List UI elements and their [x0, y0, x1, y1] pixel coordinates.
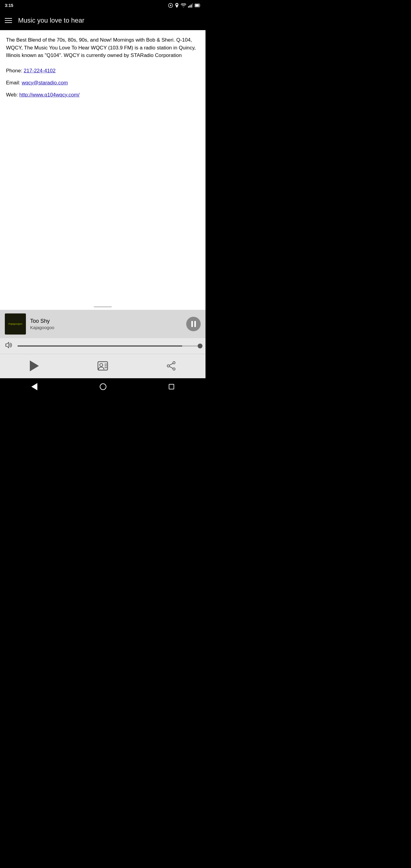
volume-slider-fill	[18, 345, 182, 347]
circle-play-icon	[168, 3, 173, 8]
album-art: Kajagoogoo	[5, 313, 26, 335]
pause-icon	[191, 321, 196, 327]
svg-rect-7	[195, 4, 199, 7]
web-label: Web:	[6, 92, 19, 98]
svg-rect-5	[192, 3, 193, 7]
back-icon	[31, 383, 37, 390]
drag-handle-bar	[94, 306, 112, 307]
nav-bar	[0, 378, 205, 395]
svg-point-14	[167, 365, 170, 367]
svg-line-17	[169, 367, 173, 368]
email-line: Email: wqcy@staradio.com	[6, 80, 199, 86]
volume-slider-thumb	[198, 344, 202, 348]
phone-label: Phone:	[6, 68, 24, 73]
svg-point-9	[100, 364, 103, 367]
svg-rect-4	[191, 4, 192, 7]
track-artist: Kajagoogoo	[30, 325, 182, 330]
player-bar: Kajagoogoo Too Shy Kajagoogoo	[0, 310, 205, 338]
action-bar	[0, 354, 205, 378]
status-time: 3:15	[5, 3, 13, 8]
email-link[interactable]: wqcy@staradio.com	[22, 80, 68, 86]
svg-rect-2	[188, 6, 189, 7]
content-area: The Best Blend of the 70s, 80s, 90s, and…	[0, 30, 205, 301]
album-art-label: Kajagoogoo	[7, 321, 24, 327]
wifi-icon	[181, 3, 186, 7]
web-link[interactable]: http://www.q104wqcy.com/	[19, 92, 80, 98]
svg-line-16	[169, 364, 173, 365]
signal-icon	[188, 3, 193, 7]
share-icon	[166, 361, 176, 371]
station-description: The Best Blend of the 70s, 80s, 90s, and…	[6, 36, 199, 59]
svg-rect-3	[190, 5, 190, 7]
nav-back-button[interactable]	[31, 383, 37, 390]
home-icon	[100, 383, 106, 390]
svg-point-15	[173, 368, 176, 370]
phone-line: Phone: 217-224-4102	[6, 68, 199, 74]
share-button[interactable]	[162, 358, 180, 373]
contact-icon	[97, 361, 108, 371]
contact-button[interactable]	[94, 358, 112, 373]
svg-marker-1	[170, 4, 172, 6]
nav-recents-button[interactable]	[169, 384, 174, 390]
volume-row	[0, 338, 205, 354]
nav-home-button[interactable]	[100, 383, 106, 390]
page-title: Music you love to hear	[18, 17, 84, 24]
volume-slider-track[interactable]	[18, 345, 201, 347]
play-button[interactable]	[25, 358, 43, 373]
menu-button[interactable]	[5, 18, 12, 23]
status-icons	[168, 3, 201, 8]
battery-icon	[195, 4, 201, 7]
track-title: Too Shy	[30, 318, 182, 324]
pause-button[interactable]	[186, 317, 201, 331]
toolbar: Music you love to hear	[0, 11, 205, 30]
email-label: Email:	[6, 80, 22, 86]
drag-handle-area	[0, 301, 205, 310]
play-icon	[30, 361, 39, 371]
phone-link[interactable]: 217-224-4102	[24, 68, 56, 73]
volume-icon	[5, 342, 13, 350]
recents-icon	[169, 384, 174, 390]
svg-point-13	[173, 362, 176, 364]
track-info: Too Shy Kajagoogoo	[30, 318, 182, 330]
web-line: Web: http://www.q104wqcy.com/	[6, 92, 199, 98]
status-bar: 3:15	[0, 0, 205, 11]
location-icon	[175, 3, 179, 8]
